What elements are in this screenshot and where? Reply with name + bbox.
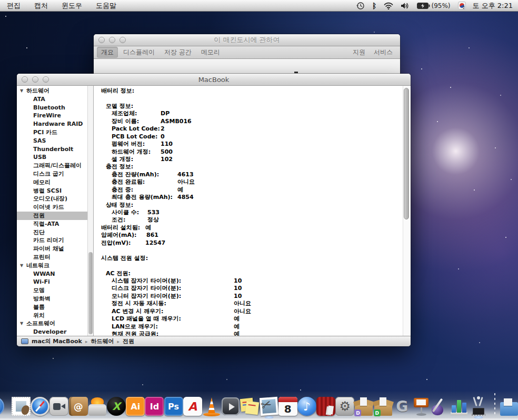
dock-icon-illustrator[interactable]: Ai xyxy=(126,392,145,420)
dock-icon-numbers[interactable] xyxy=(450,392,469,420)
sidebar-item-1-4[interactable]: 볼륨 xyxy=(17,303,93,312)
zoom-button[interactable] xyxy=(43,76,49,83)
sidebar-item-0-15[interactable]: 직렬-ATA xyxy=(17,220,93,228)
tab-0[interactable]: 개요 xyxy=(97,47,118,58)
sidebar-item-0-12[interactable]: 오디오(내장) xyxy=(17,195,93,203)
sidebar-item-0-7[interactable]: USB xyxy=(17,153,93,162)
info-label xyxy=(101,95,103,102)
dock-icon-clamp-app[interactable]: G xyxy=(393,392,412,420)
time-machine-icon[interactable] xyxy=(353,0,368,11)
dock-icon-x-app[interactable]: X xyxy=(107,392,126,420)
sidebar-item-0-10[interactable]: 메모리 xyxy=(17,178,93,187)
disclosure-triangle-icon[interactable]: ▼ xyxy=(20,319,26,328)
dock-icon-app-store[interactable] xyxy=(0,392,12,420)
dock-icon-system-information[interactable] xyxy=(469,392,488,420)
sidebar-item-0-18[interactable]: 파이버 채널 xyxy=(17,245,93,253)
sidebar-item-2-0[interactable]: Developer xyxy=(17,328,93,336)
sidebar-item-0-13[interactable]: 이더넷 카드 xyxy=(17,203,93,212)
compass-art xyxy=(31,397,49,416)
toolbar-button-0[interactable]: 지원 xyxy=(348,47,370,58)
dock-icon-facetime[interactable] xyxy=(49,392,68,420)
zoom-button[interactable] xyxy=(119,37,126,43)
breadcrumb-item-1[interactable]: 하드웨어 xyxy=(91,337,114,345)
sysinfo-titlebar[interactable]: MacBook xyxy=(17,74,411,86)
close-button[interactable] xyxy=(98,37,105,43)
content-scroll-thumb[interactable] xyxy=(404,88,409,219)
menu-item-1[interactable]: 캡처 xyxy=(27,0,55,12)
dock-icon-grab[interactable]: ✂ xyxy=(259,392,278,420)
content-scrollbar[interactable] xyxy=(403,86,410,336)
sidebar-item-0-17[interactable]: 카드 리더기 xyxy=(17,236,93,245)
volume-icon[interactable] xyxy=(397,0,413,11)
sidebar-item-1-3[interactable]: 방화벽 xyxy=(17,295,93,303)
dock-icon-toast[interactable] xyxy=(88,392,107,420)
dock-icon-indesign[interactable]: Id xyxy=(145,392,164,420)
sidebar-item-1-1[interactable]: Wi-Fi xyxy=(17,278,93,286)
sidebar-item-1-2[interactable]: 모뎀 xyxy=(17,286,93,295)
disclosure-triangle-icon[interactable]: ▼ xyxy=(20,87,26,95)
sidebar-item-0-11[interactable]: 병렬 SCSI xyxy=(17,187,93,195)
dock-icon-itunes[interactable]: ♪ xyxy=(297,392,316,420)
sidebar-item-0-3[interactable]: Hardware RAID xyxy=(17,120,93,128)
dock-icon-system-preferences[interactable]: ⚙ xyxy=(335,392,354,420)
sidebar-scroll-thumb[interactable] xyxy=(88,252,93,334)
dock-icon-photoshop[interactable]: Ps xyxy=(164,392,183,420)
sidebar-item-0-2[interactable]: FireWire xyxy=(17,112,93,120)
dock-icon-keynote[interactable] xyxy=(412,392,431,420)
menu-clock[interactable]: 토 오후 2:21 xyxy=(470,1,518,11)
sidebar-item-0-5[interactable]: SAS xyxy=(17,137,93,145)
menu-item-0[interactable]: 편집 xyxy=(0,0,27,12)
wifi-icon[interactable] xyxy=(380,0,397,11)
sidebar-item-0-6[interactable]: Thunderbolt xyxy=(17,145,93,154)
info-label: 충전 정보: xyxy=(106,163,133,170)
sidebar-group-2[interactable]: ▼소프트웨어 xyxy=(17,319,93,328)
sidebar-item-1-0[interactable]: WWAN xyxy=(17,270,93,278)
sidebar-item-0-8[interactable]: 그래픽/디스플레이 xyxy=(17,162,93,170)
menu-item-2[interactable]: 윈도우 xyxy=(55,0,89,12)
dock-icon-mail[interactable] xyxy=(12,392,31,420)
dock-icon-safari[interactable] xyxy=(31,392,49,420)
battery-icon[interactable]: (95%) xyxy=(413,0,454,11)
minimize-button[interactable] xyxy=(109,37,115,43)
sidebar-item-0-14[interactable]: 전원 xyxy=(17,212,93,220)
sidebar-item-0-16[interactable]: 진단 xyxy=(17,228,93,237)
disclosure-triangle-icon[interactable]: ▼ xyxy=(20,262,26,270)
tab-3[interactable]: 메모리 xyxy=(197,47,224,58)
dock-icon-ical[interactable]: 8 xyxy=(278,392,297,420)
dock-icon-stickies[interactable] xyxy=(240,392,259,420)
chart-bar xyxy=(452,405,456,413)
info-line: 조건:정상 xyxy=(101,216,400,224)
dock-icon-vlc[interactable] xyxy=(202,392,221,420)
breadcrumb-item-2[interactable]: 전원 xyxy=(123,337,134,345)
sidebar-group-1[interactable]: ▼네트워크 xyxy=(17,262,93,270)
bluetooth-icon[interactable]: ᛒ xyxy=(368,0,380,11)
dock-icon-acrobat-reader[interactable]: A xyxy=(183,392,202,420)
tab-2[interactable]: 저장 공간 xyxy=(160,47,196,58)
minimize-button[interactable] xyxy=(32,76,38,83)
camera-art xyxy=(49,397,68,416)
sidebar-group-0[interactable]: ▼하드웨어 xyxy=(17,87,93,95)
sidebar-item-1-5[interactable]: 위치 xyxy=(17,312,93,320)
sidebar-item-0-9[interactable]: 디스크 굽기 xyxy=(17,170,93,178)
sidebar-item-0-1[interactable]: Bluetooth xyxy=(17,104,93,112)
sidebar-scrollbar[interactable] xyxy=(87,86,93,336)
dock-icon-address-book[interactable]: @ xyxy=(69,392,88,420)
breadcrumb-item-0[interactable]: mac의 MacBook xyxy=(32,337,82,345)
toolbar-button-1[interactable]: 서비스 xyxy=(370,47,397,58)
menu-item-3[interactable]: 도움말 xyxy=(89,0,123,12)
close-button[interactable] xyxy=(22,76,28,83)
about-titlebar[interactable]: 이 매킨토시에 관하여 xyxy=(94,34,400,46)
input-source-flag-icon[interactable]: 2 xyxy=(454,0,470,11)
dock-icon-package-app-2[interactable]: D xyxy=(374,392,393,420)
dock-icon-video-player[interactable] xyxy=(221,392,240,420)
dock-icon-pages[interactable] xyxy=(431,392,450,420)
sidebar-item-0-4[interactable]: PCI 카드 xyxy=(17,128,93,137)
dock-icon-package-app-1[interactable]: D xyxy=(354,392,373,420)
sidebar-item-0-19[interactable]: 프린터 xyxy=(17,253,93,262)
dock-icon-documents-folder[interactable] xyxy=(502,392,518,420)
dock-icon-photo-booth[interactable] xyxy=(316,392,335,420)
tab-1[interactable]: 디스플레이 xyxy=(119,47,159,58)
documents-folder-icon xyxy=(500,396,518,416)
sidebar-item-0-0[interactable]: ATA xyxy=(17,95,93,104)
info-line: 현재 전원 공급원:예 xyxy=(101,331,400,336)
